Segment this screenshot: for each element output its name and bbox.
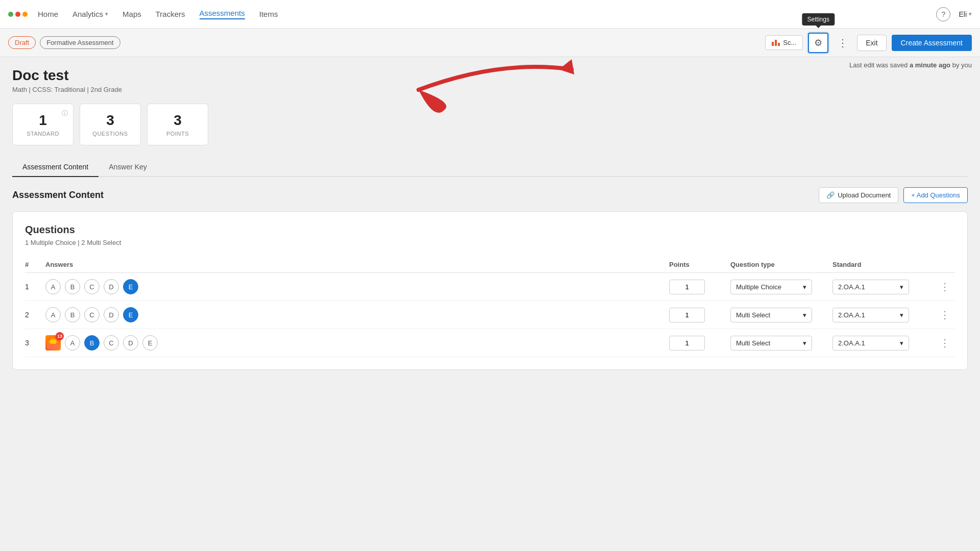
- bar-3: [778, 43, 780, 46]
- nav-links: Home Analytics ▾ Maps Trackers Assessmen…: [38, 9, 936, 19]
- table-header: # Answers Points Question type Standard: [25, 257, 955, 273]
- row-2-type[interactable]: Multi Select ▾: [730, 308, 832, 322]
- nav-items[interactable]: Items: [259, 10, 278, 18]
- row-2-standard[interactable]: 2.OA.A.1 ▾: [832, 308, 935, 322]
- answer-E-2[interactable]: E: [123, 307, 138, 322]
- questions-subtitle: 1 Multiple Choice | 2 Multi Select: [25, 239, 955, 246]
- answer-E-1[interactable]: E: [123, 279, 138, 294]
- standard-select-3[interactable]: 2.OA.A.1 ▾: [832, 336, 909, 350]
- answer-C-1[interactable]: C: [84, 279, 100, 294]
- row-1-points: [669, 280, 730, 294]
- stat-card-points: 3 POINTS: [147, 104, 208, 145]
- bar-1: [772, 42, 774, 46]
- table-row: 2 A B C D E Multi Select ▾ 2.OA.A.1: [25, 301, 955, 329]
- answer-B-3[interactable]: B: [84, 335, 100, 350]
- section-title: Assessment Content: [12, 190, 104, 201]
- answer-D-2[interactable]: D: [104, 307, 119, 322]
- answer-B-2[interactable]: B: [65, 307, 80, 322]
- answer-A-3[interactable]: A: [65, 335, 80, 350]
- answer-E-3[interactable]: E: [142, 335, 158, 350]
- toolbar-right: Sc... Settings ⚙ ⋮ Exit Create Assessmen…: [765, 33, 972, 53]
- info-icon[interactable]: ⓘ: [62, 109, 68, 118]
- type-select-2[interactable]: Multi Select ▾: [730, 308, 812, 322]
- row-3-more[interactable]: ⋮: [935, 337, 955, 349]
- main-content: Last edit was saved a minute ago by you …: [0, 57, 980, 380]
- add-questions-button[interactable]: + Add Questions: [903, 187, 968, 203]
- help-button[interactable]: ?: [936, 7, 950, 21]
- document-subtitle: Math | CCSS: Traditional | 2nd Grade: [12, 86, 968, 93]
- standard-label: STANDARD: [25, 131, 61, 137]
- standard-chevron-3: ▾: [900, 339, 903, 347]
- document-title: Doc test: [12, 67, 968, 84]
- row-1-num: 1: [25, 283, 45, 291]
- standard-select-1[interactable]: 2.OA.A.1 ▾: [832, 280, 909, 294]
- score-label: Sc...: [783, 39, 796, 46]
- upload-document-button[interactable]: 🔗 Upload Document: [819, 187, 898, 203]
- col-actions: [935, 261, 955, 268]
- answer-A-2[interactable]: A: [45, 307, 61, 322]
- stat-card-standard: ⓘ 1 STANDARD: [12, 104, 74, 145]
- questions-count: 3: [92, 112, 128, 129]
- chart-icon: [772, 40, 780, 46]
- answer-B-1[interactable]: B: [65, 279, 80, 294]
- save-status: Last edit was saved a minute ago by you: [849, 61, 972, 69]
- nav-right: ? Eli ▾: [936, 7, 972, 21]
- nav-analytics[interactable]: Analytics ▾: [72, 10, 108, 18]
- tab-assessment-content[interactable]: Assessment Content: [12, 158, 99, 177]
- stat-card-questions: 3 QUESTIONS: [80, 104, 141, 145]
- row-3-standard[interactable]: 2.OA.A.1 ▾: [832, 336, 935, 350]
- answer-D-1[interactable]: D: [104, 279, 119, 294]
- table-row: 1 A B C D E Multiple Choice ▾ 2.OA.A.1: [25, 273, 955, 301]
- answer-A-1[interactable]: A: [45, 279, 61, 294]
- standard-count: 1: [25, 112, 61, 129]
- svg-rect-3: [50, 340, 56, 344]
- col-standard: Standard: [832, 261, 935, 268]
- type-chevron-1: ▾: [803, 283, 806, 291]
- col-type: Question type: [730, 261, 832, 268]
- type-select-3[interactable]: Multi Select ▾: [730, 336, 812, 350]
- answer-C-3[interactable]: C: [104, 335, 119, 350]
- user-menu[interactable]: Eli ▾: [959, 10, 972, 18]
- nav-maps[interactable]: Maps: [122, 10, 141, 18]
- draft-badge: Draft: [8, 36, 36, 49]
- row-1-type[interactable]: Multiple Choice ▾: [730, 280, 832, 294]
- type-select-1[interactable]: Multiple Choice ▾: [730, 280, 812, 294]
- standard-select-2[interactable]: 2.OA.A.1 ▾: [832, 308, 909, 322]
- score-button[interactable]: Sc...: [765, 35, 803, 50]
- exit-button[interactable]: Exit: [857, 35, 886, 51]
- logo-dot-2: [15, 12, 20, 17]
- row-1-standard[interactable]: 2.OA.A.1 ▾: [832, 280, 935, 294]
- nav-trackers[interactable]: Trackers: [156, 10, 185, 18]
- col-answers: Answers: [45, 261, 669, 268]
- create-assessment-button[interactable]: Create Assessment: [892, 35, 972, 51]
- questions-card: Questions 1 Multiple Choice | 2 Multi Se…: [12, 211, 968, 370]
- points-input-1[interactable]: [669, 280, 705, 294]
- points-input-3[interactable]: [669, 336, 705, 350]
- analytics-chevron-icon: ▾: [105, 11, 108, 17]
- row-3-num: 3: [25, 339, 45, 347]
- logo[interactable]: [8, 12, 28, 17]
- row-2-points: [669, 308, 730, 322]
- row-3-type[interactable]: Multi Select ▾: [730, 336, 832, 350]
- toolbar: Draft Formative Assessment Sc... Setting…: [0, 29, 980, 57]
- more-options-button[interactable]: ⋮: [834, 34, 852, 52]
- points-label: POINTS: [160, 131, 195, 137]
- answer-C-2[interactable]: C: [84, 307, 100, 322]
- settings-button[interactable]: ⚙: [808, 33, 828, 53]
- points-input-2[interactable]: [669, 308, 705, 322]
- link-icon: 🔗: [826, 191, 835, 199]
- row-2-num: 2: [25, 311, 45, 319]
- nav-assessments[interactable]: Assessments: [200, 9, 245, 19]
- settings-tooltip: Settings: [802, 13, 835, 26]
- stats-row: ⓘ 1 STANDARD 3 QUESTIONS 3 POINTS: [12, 104, 968, 145]
- table-row: 3 13 A B C D E: [25, 329, 955, 357]
- tab-answer-key[interactable]: Answer Key: [99, 158, 157, 177]
- row-1-more[interactable]: ⋮: [935, 281, 955, 293]
- nav-home[interactable]: Home: [38, 10, 58, 18]
- standard-chevron-2: ▾: [900, 311, 903, 319]
- type-chevron-3: ▾: [803, 339, 806, 347]
- row-2-more[interactable]: ⋮: [935, 309, 955, 321]
- row-3-answers: 13 A B C D E: [45, 335, 669, 350]
- questions-label: QUESTIONS: [92, 131, 128, 137]
- answer-D-3[interactable]: D: [123, 335, 138, 350]
